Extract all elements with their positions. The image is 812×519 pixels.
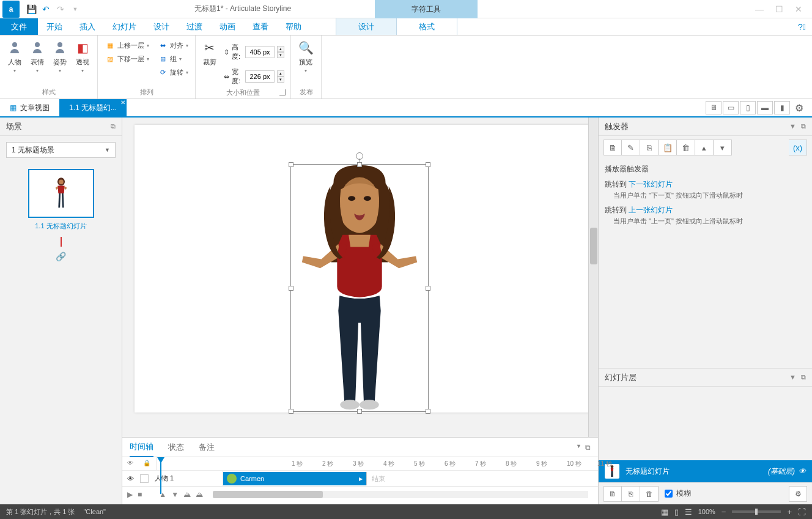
play-icon[interactable]: ▶ — [127, 490, 133, 499]
trigger-paste-icon[interactable]: 📋 — [659, 140, 677, 155]
handle-w[interactable] — [289, 286, 293, 291]
preview-button[interactable]: 🔍预览▾ — [295, 38, 317, 75]
device-tablet-landscape-icon[interactable]: ▭ — [723, 101, 739, 114]
group-button[interactable]: ⊞组▾ — [155, 53, 191, 65]
menu-insert[interactable]: 插入 — [71, 18, 104, 35]
layer-settings-icon[interactable]: ⚙ — [789, 486, 807, 502]
base-layer-item[interactable]: 无标题幻灯片 (基础层)👁 — [599, 460, 812, 482]
zoom-out-icon[interactable]: − — [722, 507, 726, 517]
device-desktop-icon[interactable]: 🖥 — [706, 101, 722, 114]
undo-icon[interactable]: ↶ — [39, 2, 53, 16]
handle-nw[interactable] — [289, 162, 293, 167]
zoom-in-timeline-icon[interactable]: ⛰ — [196, 490, 203, 499]
align-button[interactable]: ⬌对齐▾ — [155, 39, 191, 51]
reading-view-icon[interactable]: ☰ — [685, 507, 692, 517]
height-input[interactable] — [245, 46, 275, 58]
layer-new-icon[interactable]: 🗎 — [603, 486, 622, 502]
character-button[interactable]: 人物▾ — [4, 38, 25, 75]
vertical-scrollbar[interactable] — [588, 118, 598, 437]
device-phone-landscape-icon[interactable]: ▬ — [757, 101, 773, 114]
timeline-scrollbar[interactable] — [213, 491, 588, 498]
bring-forward-button[interactable]: ▦上移一层▾ — [103, 39, 152, 51]
scene-dropdown[interactable]: 1 无标题场景▼ — [6, 142, 116, 158]
menu-file[interactable]: 文件 — [0, 18, 38, 35]
trigger-variables-icon[interactable]: (x) — [789, 140, 807, 155]
layer-delete-icon[interactable]: 🗑 — [640, 486, 659, 502]
tab-close-icon[interactable]: ✕ — [120, 99, 125, 106]
ruler[interactable]: 1 秒 2 秒 3 秒 4 秒 5 秒 6 秒 7 秒 8 秒 9 秒 10 秒… — [157, 457, 628, 470]
height-down-icon[interactable]: ▾ — [277, 52, 284, 58]
handle-ne[interactable] — [426, 162, 430, 167]
menu-slide[interactable]: 幻灯片 — [104, 18, 145, 35]
tab-timeline[interactable]: 时间轴 — [130, 438, 153, 457]
blur-checkbox[interactable]: 模糊 — [665, 488, 691, 499]
fit-window-icon[interactable]: ⛶ — [798, 507, 806, 517]
triggers-popout-icon[interactable]: ⧉ — [801, 122, 806, 130]
single-view-icon[interactable]: ▯ — [674, 507, 679, 517]
height-up-icon[interactable]: ▴ — [277, 46, 284, 52]
visibility-column-icon[interactable]: 👁 — [127, 460, 136, 468]
qat-dropdown-icon[interactable]: ▼ — [68, 2, 82, 16]
zoom-in-icon[interactable]: + — [787, 507, 792, 517]
zoom-out-timeline-icon[interactable]: ⛰ — [183, 490, 191, 499]
handle-e[interactable] — [426, 286, 430, 291]
menu-home[interactable]: 开始 — [38, 18, 71, 35]
canvas[interactable] — [122, 118, 588, 437]
expression-button[interactable]: 表情▾ — [26, 38, 48, 75]
send-backward-button[interactable]: ▨下移一层▾ — [103, 53, 152, 65]
handle-se[interactable] — [426, 409, 430, 414]
trigger-new-icon[interactable]: 🗎 — [603, 140, 622, 155]
slide-thumbnail[interactable]: 1.1 无标题幻灯片 🔗 — [0, 164, 122, 266]
crop-button[interactable]: ✂裁剪 — [199, 38, 220, 68]
handle-s[interactable] — [357, 409, 362, 414]
trigger-item[interactable]: 跳转到 下一张幻灯片 当用户单击 "下一页" 按钮或向下滑动鼠标时 — [605, 179, 806, 200]
view-settings-icon[interactable]: ⚙ — [791, 101, 807, 114]
triggers-menu-icon[interactable]: ▼ — [789, 122, 796, 130]
menu-transition[interactable]: 过渡 — [178, 18, 211, 35]
width-down-icon[interactable]: ▾ — [277, 77, 284, 83]
timeline-menu-icon[interactable]: ▼ — [576, 443, 581, 452]
maximize-icon[interactable]: ☐ — [770, 2, 788, 16]
minimize-icon[interactable]: — — [751, 2, 768, 16]
stop-icon[interactable]: ■ — [138, 490, 142, 499]
layer-duplicate-icon[interactable]: ⎘ — [622, 486, 640, 502]
move-down-icon[interactable]: ▼ — [171, 490, 179, 499]
menu-ctx-format[interactable]: 格式 — [397, 18, 457, 35]
tab-states[interactable]: 状态 — [168, 438, 184, 457]
save-icon[interactable]: 💾 — [24, 2, 38, 16]
tab-notes[interactable]: 备注 — [199, 438, 215, 457]
trigger-copy-icon[interactable]: ⎘ — [640, 140, 659, 155]
track-lock-icon[interactable] — [140, 474, 149, 483]
trigger-down-icon[interactable]: ▾ — [714, 140, 732, 155]
width-up-icon[interactable]: ▴ — [277, 70, 284, 77]
menu-help[interactable]: 帮助 — [277, 18, 310, 35]
panel-popout-icon[interactable]: ⧉ — [111, 122, 116, 130]
device-tablet-portrait-icon[interactable]: ▯ — [740, 101, 756, 114]
size-launcher-icon[interactable] — [279, 89, 286, 95]
selection-box[interactable] — [290, 164, 429, 412]
zoom-slider[interactable] — [732, 510, 781, 513]
trigger-delete-icon[interactable]: 🗑 — [677, 140, 695, 155]
width-input[interactable] — [245, 70, 275, 83]
track-header[interactable]: 👁人物 1 — [122, 471, 223, 486]
trigger-item[interactable]: 跳转到 上一张幻灯片 当用户单击 "上一页" 按钮或向上滑动鼠标时 — [605, 205, 806, 226]
lock-column-icon[interactable]: 🔒 — [143, 460, 152, 468]
menu-design[interactable]: 设计 — [145, 18, 178, 35]
pose-button[interactable]: 姿势▾ — [50, 38, 71, 75]
menu-view[interactable]: 查看 — [244, 18, 277, 35]
redo-icon[interactable]: ↷ — [54, 2, 67, 16]
tab-slide[interactable]: 1.1 无标题幻...✕ — [59, 99, 127, 116]
help-icon[interactable]: ?⃝ — [792, 18, 812, 35]
trigger-edit-icon[interactable]: ✎ — [622, 140, 640, 155]
handle-sw[interactable] — [289, 409, 293, 414]
layer-visible-icon[interactable]: 👁 — [799, 467, 806, 476]
device-phone-portrait-icon[interactable]: ▮ — [774, 101, 790, 114]
timeline-clip[interactable]: Carmen▸ — [223, 472, 366, 485]
grid-view-icon[interactable]: ▦ — [661, 507, 668, 517]
layers-menu-icon[interactable]: ▼ — [789, 373, 796, 381]
trigger-up-icon[interactable]: ▴ — [695, 140, 714, 155]
rotate-button[interactable]: ⟳旋转▾ — [155, 66, 191, 78]
menu-ctx-design[interactable]: 设计 — [336, 18, 397, 35]
perspective-button[interactable]: ◧透视▾ — [72, 38, 94, 75]
layers-popout-icon[interactable]: ⧉ — [801, 373, 806, 381]
